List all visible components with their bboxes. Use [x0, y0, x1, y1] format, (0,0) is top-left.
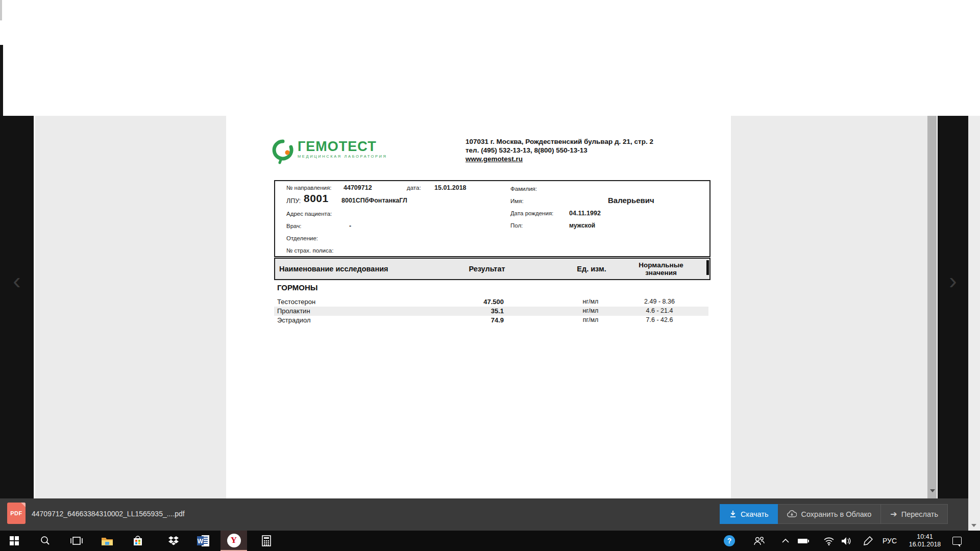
- action-center-button[interactable]: [948, 531, 966, 551]
- document-page: ГЕМОТЕСТ МЕДИЦИНСКАЯ ЛАБОРАТОРИЯ 107031 …: [226, 116, 731, 498]
- language-indicator[interactable]: РУС: [880, 531, 899, 551]
- chevron-left-icon[interactable]: ‹: [0, 269, 34, 292]
- doctor-label: Врач:: [286, 223, 301, 229]
- patient-address-label: Адрес пациента:: [286, 211, 332, 217]
- clock-date: 16.01.2018: [909, 541, 941, 548]
- table-row: Эстрадиол 74.9 пг/мл 7.6 - 42.6: [274, 316, 708, 325]
- direction-value: 44709712: [344, 184, 372, 191]
- sex-value: мужской: [569, 222, 595, 229]
- yandex-browser-button[interactable]: Y: [220, 531, 247, 551]
- test-name: Тестостерон: [277, 298, 315, 306]
- previous-page-strip[interactable]: ‹: [0, 116, 34, 498]
- volume-tray-button[interactable]: [838, 531, 854, 551]
- folder-icon: [101, 536, 113, 546]
- page-fold: [21, 503, 26, 507]
- doctor-value: -: [349, 222, 351, 230]
- store-icon: [133, 536, 143, 546]
- pdf-filename: 44709712_64663384310002_LL1565935_....pd…: [32, 510, 185, 518]
- test-unit: нг/мл: [560, 307, 621, 314]
- policy-label: № страх. полиса:: [286, 247, 333, 254]
- file-explorer-button[interactable]: [97, 531, 117, 551]
- search-button[interactable]: [35, 531, 55, 551]
- surname-label: Фамилия:: [510, 186, 537, 192]
- download-label: Скачать: [741, 510, 768, 518]
- help-tray-button[interactable]: ?: [721, 531, 738, 551]
- test-result: 47.500: [443, 298, 504, 306]
- chevron-right-icon[interactable]: ›: [938, 269, 968, 292]
- browser-scrollbar[interactable]: [968, 116, 980, 531]
- pdf-toolbar: PDF 44709712_64663384310002_LL1565935_..…: [0, 498, 968, 531]
- dropbox-icon: [168, 536, 179, 546]
- clock-time: 10:41: [909, 533, 941, 541]
- wifi-tray-button[interactable]: [821, 531, 837, 551]
- header-normal-range: Нормальные значения: [625, 259, 697, 279]
- sex-label: Пол:: [510, 222, 523, 229]
- direction-label: № направления:: [286, 185, 331, 191]
- help-icon: ?: [723, 535, 736, 547]
- header-unit: Ед. изм.: [561, 259, 622, 279]
- forward-label: Переслать: [901, 510, 938, 518]
- pdf-scrollbar[interactable]: [927, 116, 937, 498]
- date-label: дата:: [407, 185, 421, 191]
- dropbox-button[interactable]: [163, 531, 184, 551]
- download-button[interactable]: Скачать: [720, 504, 778, 524]
- pdf-viewer-area: ‹ ГЕМОТЕСТ МЕДИЦИНСКАЯ ЛАБОРАТОРИЯ 10703…: [0, 116, 980, 498]
- brand-subtitle: МЕДИЦИНСКАЯ ЛАБОРАТОРИЯ: [298, 154, 387, 159]
- word-button[interactable]: W: [193, 531, 213, 551]
- calculator-icon: [262, 535, 271, 546]
- foreground-blank-window: [0, 0, 980, 116]
- test-unit: пг/мл: [560, 316, 621, 323]
- test-name: Эстрадиол: [277, 316, 311, 324]
- language-label: РУС: [883, 537, 897, 545]
- gemotest-logo: ГЕМОТЕСТ МЕДИЦИНСКАЯ ЛАБОРАТОРИЯ: [271, 139, 387, 165]
- task-view-icon: [70, 537, 83, 545]
- pdf-badge-label: PDF: [10, 510, 22, 516]
- svg-text:?: ?: [727, 537, 732, 545]
- clock-tray-button[interactable]: 10:41 16.01.2018: [904, 531, 945, 551]
- pdf-file-icon: PDF: [7, 503, 26, 524]
- calculator-button[interactable]: [256, 531, 277, 551]
- people-tray-button[interactable]: [750, 531, 768, 551]
- next-page-strip[interactable]: ›: [938, 116, 968, 498]
- test-unit: нг/мл: [560, 298, 621, 305]
- download-icon: [729, 510, 737, 518]
- save-cloud-label: Сохранить в Облако: [801, 510, 871, 518]
- scroll-down-icon[interactable]: [930, 489, 935, 492]
- pen-icon: [864, 536, 873, 545]
- lab-contact-block: 107031 г. Москва, Рождественский бульвар…: [465, 137, 653, 163]
- section-hormones: ГОРМОНЫ: [277, 283, 317, 292]
- scrollbar-down-icon[interactable]: [971, 524, 976, 527]
- word-icon: W: [197, 535, 209, 546]
- test-result: 74.9: [443, 316, 504, 324]
- name-label: Имя:: [510, 198, 524, 204]
- task-view-button[interactable]: [66, 531, 87, 551]
- screen: ‹ ГЕМОТЕСТ МЕДИЦИНСКАЯ ЛАБОРАТОРИЯ 10703…: [0, 0, 980, 551]
- battery-tray-button[interactable]: [794, 531, 811, 551]
- forward-button[interactable]: ➔ Переслать: [881, 504, 948, 524]
- start-button[interactable]: [4, 531, 24, 551]
- wifi-icon: [823, 537, 835, 545]
- test-range: 4.6 - 21.4: [621, 307, 698, 314]
- lpu-code: 8001: [304, 192, 329, 205]
- battery-icon: [798, 539, 807, 543]
- department-label: Отделение:: [286, 235, 318, 241]
- action-center-icon: [952, 537, 962, 545]
- left-edge-sliver: [0, 0, 2, 20]
- header-edge-mark: [706, 260, 709, 275]
- forward-arrow-icon: ➔: [890, 510, 897, 518]
- test-range: 7.6 - 42.6: [621, 316, 698, 323]
- chevron-up-icon: [782, 539, 789, 543]
- show-hidden-icons-button[interactable]: [778, 531, 793, 551]
- yandex-browser-icon: Y: [227, 534, 241, 547]
- left-edge-strip: [0, 45, 3, 116]
- lab-website-link[interactable]: www.gemotest.ru: [465, 155, 523, 163]
- test-result: 35.1: [443, 307, 504, 315]
- save-to-cloud-button[interactable]: Сохранить в Облако: [778, 504, 881, 524]
- windows-ink-tray-button[interactable]: [861, 531, 876, 551]
- taskbar: W Y ?: [0, 531, 980, 551]
- table-row: Пролактин 35.1 нг/мл 4.6 - 21.4: [274, 307, 708, 316]
- people-icon: [753, 536, 765, 545]
- test-name: Пролактин: [277, 307, 310, 315]
- microsoft-store-button[interactable]: [128, 531, 148, 551]
- pdf-action-buttons: Скачать Сохранить в Облако ➔ Переслать: [720, 504, 948, 524]
